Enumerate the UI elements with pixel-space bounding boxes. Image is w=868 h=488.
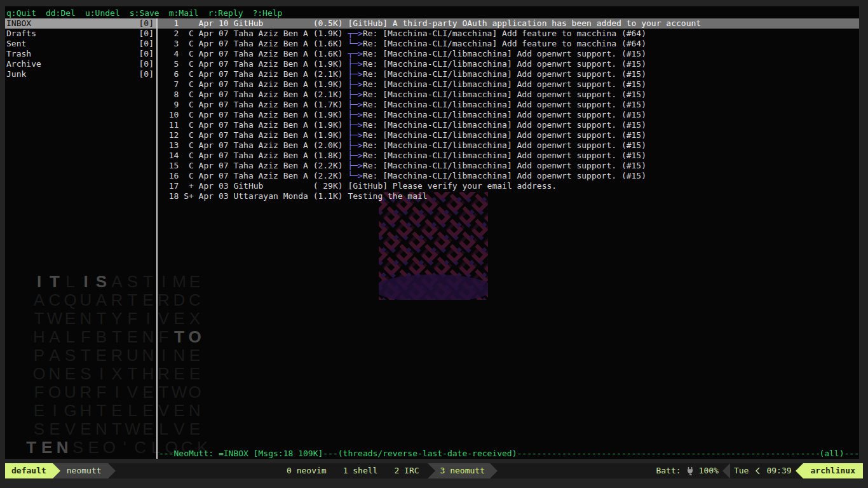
help-key-hint: u:Undel [85,8,120,18]
mail-row-meta: 14 C Apr 07 Taha Aziz Ben A (1.8K) [159,151,348,160]
mail-row[interactable]: 18 S+ Apr 03 Uttarayan Monda (1.1K) Test… [159,191,859,201]
thread-connector-icon: ├─> [348,120,362,130]
thread-connector-icon: ├─> [348,79,362,89]
mail-subject: Re: [Macchina-CLI/libmacchina] Add openw… [363,161,646,170]
mail-row[interactable]: 11 C Apr 07 Taha Aziz Ben A (1.9K) ├─>Re… [159,120,859,130]
mail-row[interactable]: 10 C Apr 07 Taha Aziz Ben A (1.9K) ├─>Re… [159,110,859,120]
mail-row[interactable]: 4 C Apr 07 Taha Aziz Ben A (1.6K) ┬─>Re:… [159,49,859,59]
mail-row-meta: 17 + Apr 03 GitHub ( 29K) [159,181,348,191]
mail-row-meta: 18 S+ Apr 03 Uttarayan Monda (1.1K) [159,191,348,201]
thread-connector-icon: ├─> [348,130,362,140]
mail-subject: Re: [Macchina-CLI/libmacchina] Add openw… [363,130,646,140]
mail-row-meta: 11 C Apr 07 Taha Aziz Ben A (1.9K) [159,120,348,130]
powerline-left-arrow-icon [796,463,803,478]
clock-time: 09:39 [763,463,795,478]
mail-row-meta: 8 C Apr 07 Taha Aziz Ben A (2.1K) [159,90,348,99]
tmux-window-1-shell[interactable]: 1 shell [335,463,386,478]
thread-connector-icon: ├─> [348,100,362,109]
mail-index-pane: 1 Apr 10 GitHub (0.5K) [GitHub] A third-… [158,18,859,459]
mail-row[interactable]: 12 C Apr 07 Taha Aziz Ben A (1.9K) ├─>Re… [159,130,859,140]
mail-subject: Re: [Macchina-CLI/libmacchina] Add openw… [363,151,646,160]
mail-row[interactable]: 5 C Apr 07 Taha Aziz Ben A (1.9K) ├─>Re:… [159,59,859,69]
sidebar-item-drafts[interactable]: Drafts[0] [5,29,156,39]
mail-subject: Re: [Macchina-CLI/libmacchina] Add openw… [363,120,646,130]
mail-row[interactable]: 7 C Apr 07 Taha Aziz Ben A (1.9K) ├─>Re:… [159,79,859,90]
chevron-left-icon [752,463,763,478]
screen: ITLISASTIMEACQUARTERDCTWENTYFIVEXHALFBTE… [0,0,868,488]
thread-connector-icon: ├─> [348,59,362,69]
mail-rows: 1 Apr 10 GitHub (0.5K) [GitHub] A third-… [158,18,859,449]
terminal-window: ITLISASTIMEACQUARTERDCTWENTYFIVEXHALFBTE… [5,6,859,459]
mail-subject: Re: [Macchina-CLI/libmacchina] Add openw… [363,140,646,150]
tmux-window-3-neomutt[interactable]: 3 neomutt [435,463,490,478]
mail-subject: Re: [Macchina-CLI/libmacchina] Add openw… [363,110,646,119]
mail-row-meta: 3 C Apr 07 Taha Aziz Ben A (1.6K) [159,39,348,48]
mailbox-name: Trash [6,49,31,59]
thread-connector-icon: ├─> [348,90,362,99]
mail-row-meta: 2 C Apr 07 Taha Aziz Ben A (1.9K) [159,29,348,38]
powerline-left-arrow-icon [722,463,730,478]
mail-subject: Re: [Macchina-CLI/macchina] Add feature … [363,39,646,48]
mail-row[interactable]: 8 C Apr 07 Taha Aziz Ben A (2.1K) ├─>Re:… [159,90,859,100]
thread-connector-icon: └─> [348,39,362,48]
mail-subject: Re: [Macchina-CLI/libmacchina] Add openw… [363,49,646,58]
help-key-hint: ?:Help [252,8,282,18]
mail-subject: Re: [Macchina-CLI/libmacchina] Add openw… [363,59,646,69]
mailbox-name: Sent [6,39,26,49]
thread-connector-icon: └─> [348,171,362,180]
mutt-help-bar: q:Quitdd:Delu:Undels:Savem:Mailr:Reply?:… [5,8,859,18]
mail-row[interactable]: 9 C Apr 07 Taha Aziz Ben A (1.7K) ├─>Re:… [159,100,859,110]
mail-row-meta: 10 C Apr 07 Taha Aziz Ben A (1.9K) [159,110,348,119]
mailbox-count: [0] [139,59,154,69]
mail-subject: Re: [Macchina-CLI/libmacchina] Add openw… [363,100,646,109]
tmux-session-name[interactable]: default [5,463,53,478]
mailbox-count: [0] [139,29,154,39]
mail-subject: Re: [Macchina-CLI/libmacchina] Add openw… [363,90,646,99]
mail-subject: Re: [Macchina-CLI/libmacchina] Add openw… [363,69,646,79]
mail-row[interactable]: 2 C Apr 07 Taha Aziz Ben A (1.9K) ┬─>Re:… [159,29,859,39]
thread-connector-icon: ┬─> [348,49,362,58]
mail-row[interactable]: 6 C Apr 07 Taha Aziz Ben A (2.1K) ├─>Re:… [159,69,859,79]
help-key-hint: s:Save [130,8,159,18]
mail-subject: [GitHub] A third-party OAuth application… [348,18,701,28]
tmux-pane-title: neomutt [60,463,108,478]
mail-row-meta: 5 C Apr 07 Taha Aziz Ben A (1.9K) [159,59,348,69]
sidebar-item-trash[interactable]: Trash[0] [5,49,156,59]
thread-connector-icon: ├─> [348,151,362,160]
mailbox-count: [0] [139,39,154,49]
mailbox-sidebar: INBOX[0]Drafts[0]Sent[0]Trash[0]Archive[… [5,18,156,459]
sidebar-item-sent[interactable]: Sent[0] [5,39,156,49]
sidebar-item-archive[interactable]: Archive[0] [5,59,156,69]
mail-row[interactable]: 3 C Apr 07 Taha Aziz Ben A (1.6K) └─>Re:… [159,39,859,49]
mailbox-name: Drafts [6,29,36,39]
tmux-window-list: 0 neovim1 shell2 IRC3 neomutt [278,463,498,478]
mail-row[interactable]: 14 C Apr 07 Taha Aziz Ben A (1.8K) ├─>Re… [159,151,859,161]
thread-connector-icon: ┬─> [348,29,362,38]
mail-row-meta: 4 C Apr 07 Taha Aziz Ben A (1.6K) [159,49,348,58]
mail-row[interactable]: 15 C Apr 07 Taha Aziz Ben A (2.2K) ├─>Re… [159,161,859,171]
powerline-arrow-icon [108,463,116,478]
mailbox-count: [0] [139,18,154,29]
mail-row[interactable]: 13 C Apr 07 Taha Aziz Ben A (2.0K) ├─>Re… [159,140,859,151]
day-label: Tue [730,463,752,478]
mail-row-meta: 6 C Apr 07 Taha Aziz Ben A (2.1K) [159,69,348,79]
sidebar-item-junk[interactable]: Junk[0] [5,69,156,79]
mail-subject: Re: [Macchina-CLI/libmacchina] Add openw… [363,171,646,180]
help-key-hint: q:Quit [6,8,36,18]
tmux-right-status: Batt: 100% Tue 09:39 archlinux [652,463,863,478]
mail-subject: Re: [Macchina-CLI/macchina] Add feature … [363,29,646,38]
tmux-status-bar: default neomutt 0 neovim1 shell2 IRC3 ne… [5,463,863,478]
tmux-window-2-irc[interactable]: 2 IRC [386,463,427,478]
mailbox-count: [0] [139,49,154,59]
mail-row[interactable]: 1 Apr 10 GitHub (0.5K) [GitHub] A third-… [158,18,859,29]
mail-row[interactable]: 16 C Apr 07 Taha Aziz Ben A (2.2K) └─>Re… [159,171,859,181]
help-key-hint: r:Reply [208,8,243,18]
mail-row[interactable]: 17 + Apr 03 GitHub ( 29K) [GitHub] Pleas… [159,181,859,191]
help-key-hint: dd:Del [46,8,76,18]
thread-connector-icon: ├─> [348,140,362,150]
tmux-window-0-neovim[interactable]: 0 neovim [278,463,335,478]
sidebar-item-inbox[interactable]: INBOX[0] [5,18,156,29]
status-prefix: ---NeoMutt: =INBOX [Msgs:18 109K]---(thr… [159,449,517,459]
mail-row-meta: 9 C Apr 07 Taha Aziz Ben A (1.7K) [159,100,348,109]
mail-row-meta: 7 C Apr 07 Taha Aziz Ben A (1.9K) [159,79,348,89]
